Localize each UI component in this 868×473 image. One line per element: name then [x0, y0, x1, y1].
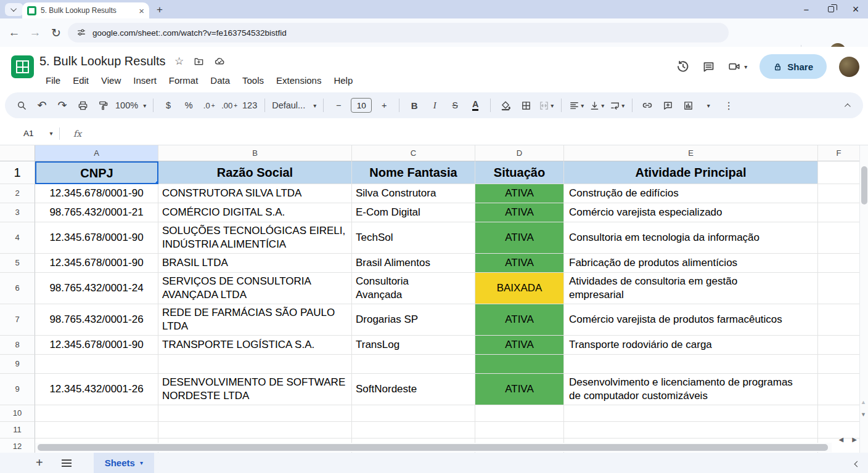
- cell-razao[interactable]: COMÉRCIO DIGITAL S.A.: [158, 203, 352, 222]
- name-box[interactable]: A1 ▾: [0, 129, 59, 138]
- tab-search-button[interactable]: [5, 3, 23, 16]
- cell-cnpj[interactable]: 98.765.432/0001-26: [35, 304, 158, 336]
- cell-empty[interactable]: [818, 254, 859, 273]
- font-size-input[interactable]: 10: [351, 98, 372, 113]
- vertical-align-button[interactable]: ▾: [589, 97, 605, 114]
- address-bar[interactable]: google.com/sheet:.com/watch?v=fe16375453…: [68, 23, 729, 42]
- cell-fantasia[interactable]: TechSol: [352, 222, 475, 254]
- browser-tab[interactable]: 5. Bulk Lookup Results ×: [22, 2, 149, 18]
- cell-fantasia[interactable]: Silva Construtora: [352, 184, 475, 203]
- cell-atividade[interactable]: Atividades de consultoria em gestão empr…: [564, 273, 818, 304]
- sheets-logo-icon[interactable]: [11, 55, 34, 78]
- cell-fantasia[interactable]: Consultoria Avançada: [352, 273, 475, 304]
- star-document-icon[interactable]: ☆: [174, 55, 184, 68]
- all-sheets-menu-icon[interactable]: [62, 459, 72, 467]
- cell-fantasia[interactable]: Brasil Alimentos: [352, 254, 475, 273]
- text-wrapping-button[interactable]: ▾: [609, 97, 625, 114]
- share-button[interactable]: Share: [760, 54, 827, 79]
- cell-cnpj[interactable]: [35, 422, 158, 439]
- cell-fantasia[interactable]: [352, 405, 475, 422]
- cell-cnpj[interactable]: 12.345.678/0001-90: [35, 336, 158, 355]
- row-header[interactable]: 9: [0, 374, 35, 405]
- cell-atividade[interactable]: [564, 405, 818, 422]
- zoom-select[interactable]: 100% ▾: [115, 97, 146, 114]
- cell-situacao[interactable]: ATIVA: [475, 336, 564, 355]
- window-close-button[interactable]: ×: [843, 0, 868, 18]
- column-header-E[interactable]: E: [564, 145, 818, 161]
- cell-cnpj[interactable]: 12.345.678/0001-90: [35, 254, 158, 273]
- cell-fantasia[interactable]: [352, 422, 475, 439]
- row-header[interactable]: 4: [0, 222, 35, 254]
- column-header-A[interactable]: A: [35, 145, 158, 161]
- increase-decimal-button[interactable]: .00+: [221, 97, 237, 114]
- cell-cnpj[interactable]: 98.765.432/0001-24: [35, 273, 158, 304]
- row-header[interactable]: 8: [0, 336, 35, 355]
- cell-atividade[interactable]: [564, 422, 818, 439]
- version-history-icon[interactable]: [676, 60, 690, 73]
- move-folder-icon[interactable]: [194, 56, 204, 67]
- cell-cnpj[interactable]: 98.765.432/0001-21: [35, 203, 158, 222]
- more-formats-button[interactable]: 123: [242, 97, 258, 114]
- vertical-scroll-thumb[interactable]: [861, 166, 867, 204]
- toolbar-dropdown-button[interactable]: ▾: [700, 97, 716, 114]
- cell-fantasia[interactable]: Drogarias SP: [352, 304, 475, 336]
- horizontal-align-button[interactable]: ▾: [568, 97, 584, 114]
- paint-format-button[interactable]: [95, 97, 111, 114]
- undo-button[interactable]: ↶: [34, 97, 50, 114]
- format-currency-button[interactable]: $: [160, 97, 176, 114]
- collapse-panel-button[interactable]: [855, 458, 859, 469]
- add-sheet-button[interactable]: +: [36, 456, 43, 470]
- increase-font-size-button[interactable]: +: [376, 97, 392, 114]
- menu-extensions[interactable]: Extensions: [270, 73, 327, 88]
- row-header[interactable]: 2: [0, 184, 35, 203]
- cell-razao[interactable]: [158, 422, 352, 439]
- cell-cnpj[interactable]: [35, 405, 158, 422]
- fill-color-button[interactable]: [497, 97, 514, 114]
- decrease-font-size-button[interactable]: −: [330, 97, 346, 114]
- menu-view[interactable]: View: [95, 73, 127, 88]
- comments-icon[interactable]: [702, 60, 715, 73]
- fill-handle[interactable]: [155, 180, 158, 184]
- toolbar-search-button[interactable]: [14, 97, 30, 114]
- cell-situacao[interactable]: ATIVA: [475, 254, 564, 273]
- cell-razao[interactable]: CONSTRUTORA SILVA LTDA: [158, 184, 352, 203]
- print-button[interactable]: [75, 97, 91, 114]
- cell-empty[interactable]: [818, 222, 859, 254]
- menu-file[interactable]: File: [39, 73, 67, 88]
- column-header-B[interactable]: B: [158, 145, 352, 161]
- row-header[interactable]: 6: [0, 273, 35, 304]
- cell-E1[interactable]: Atividade Principal: [564, 161, 818, 184]
- cell-B1[interactable]: Razão Social: [158, 161, 352, 184]
- cell-empty[interactable]: [818, 355, 859, 374]
- menu-tools[interactable]: Tools: [236, 73, 270, 88]
- merge-cells-button[interactable]: ▾: [538, 97, 554, 114]
- cell-C1[interactable]: Nome Fantasia: [352, 161, 475, 184]
- font-select[interactable]: Defaul...▾: [272, 97, 316, 114]
- cell-razao[interactable]: TRANSPORTE LOGÍSTICA S.A.: [158, 336, 352, 355]
- cell-razao[interactable]: REDE DE FARMÁCIAS SÃO PAULO LTDA: [158, 304, 352, 336]
- row-header[interactable]: 7: [0, 304, 35, 336]
- cell-razao[interactable]: SOLUÇÕES TECNOLÓGICAS EIRELI, INDÚSTRIA …: [158, 222, 352, 254]
- cell-empty[interactable]: [818, 405, 859, 422]
- cell-situacao[interactable]: ATIVA: [475, 184, 564, 203]
- cell-fantasia[interactable]: [352, 355, 475, 374]
- cell-situacao[interactable]: [475, 422, 564, 439]
- cell-situacao[interactable]: ATIVA: [475, 203, 564, 222]
- row-header[interactable]: 10: [0, 405, 35, 422]
- row-header[interactable]: 3: [0, 203, 35, 222]
- cell-razao[interactable]: [158, 405, 352, 422]
- borders-button[interactable]: [518, 97, 534, 114]
- bold-button[interactable]: B: [406, 97, 422, 114]
- strikethrough-button[interactable]: S: [447, 97, 463, 114]
- cell-atividade[interactable]: Consultoria em tecnologia da informação: [564, 222, 818, 254]
- decrease-decimal-button[interactable]: .0+: [201, 97, 217, 114]
- scroll-up-icon[interactable]: ▲: [861, 399, 866, 405]
- cell-empty[interactable]: [818, 336, 859, 355]
- cell-atividade[interactable]: Transporte rodoviário de carga: [564, 336, 818, 355]
- cell-razao[interactable]: DESENVOLVIMENTO DE SOFTWARE NORDESTE LTD…: [158, 374, 352, 405]
- redo-button[interactable]: ↷: [54, 97, 70, 114]
- cell-cnpj[interactable]: [35, 355, 158, 374]
- cell-atividade[interactable]: Construção de edifícios: [564, 184, 818, 203]
- column-header-C[interactable]: C: [352, 145, 475, 161]
- cell-A1-selected[interactable]: CNPJ: [35, 161, 158, 184]
